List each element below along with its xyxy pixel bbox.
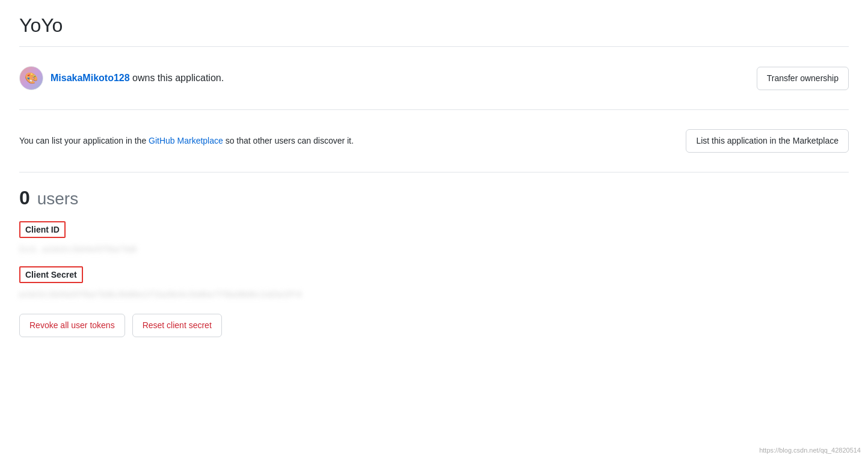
owner-text: MisakaMikoto128 owns this application. <box>51 73 224 84</box>
page-title: YoYo <box>19 14 849 37</box>
users-label: users <box>37 189 78 208</box>
transfer-ownership-button[interactable]: Transfer ownership <box>757 67 849 90</box>
users-count: 0 <box>19 187 30 209</box>
reset-secret-button[interactable]: Reset client secret <box>132 314 222 337</box>
revoke-tokens-button[interactable]: Revoke all user tokens <box>19 314 125 337</box>
action-buttons-row: Revoke all user tokens Reset client secr… <box>19 314 849 337</box>
marketplace-description: You can list your application in the Git… <box>19 135 354 147</box>
marketplace-section: You can list your application in the Git… <box>19 120 849 162</box>
owner-row: 🎨 MisakaMikoto128 owns this application. <box>19 66 224 90</box>
client-id-label: Client ID <box>19 221 66 238</box>
client-secret-value: a1b2c3d4e5f6a7b8c9d0e1f2a3b4c5d6e7f8a9b0… <box>19 290 849 299</box>
github-marketplace-link[interactable]: GitHub Marketplace <box>149 136 223 145</box>
divider-below-marketplace <box>19 172 849 172</box>
avatar: 🎨 <box>19 66 43 90</box>
owner-section: 🎨 MisakaMikoto128 owns this application.… <box>19 56 849 100</box>
client-id-section: Client ID Iv1.a1b2c3d4e5f6a7b8 <box>19 221 849 254</box>
marketplace-text-after: so that other users can discover it. <box>223 136 354 145</box>
divider-top <box>19 46 849 47</box>
list-marketplace-button[interactable]: List this application in the Marketplace <box>686 129 849 153</box>
client-secret-section: Client Secret a1b2c3d4e5f6a7b8c9d0e1f2a3… <box>19 266 849 299</box>
marketplace-text-before: You can list your application in the <box>19 136 149 145</box>
owns-text: owns this application. <box>130 73 224 83</box>
divider-middle <box>19 109 849 110</box>
client-secret-label: Client Secret <box>19 266 83 283</box>
client-id-value: Iv1.a1b2c3d4e5f6a7b8 <box>19 245 849 254</box>
owner-link[interactable]: MisakaMikoto128 <box>51 73 130 83</box>
users-section: 0 users <box>19 187 849 209</box>
